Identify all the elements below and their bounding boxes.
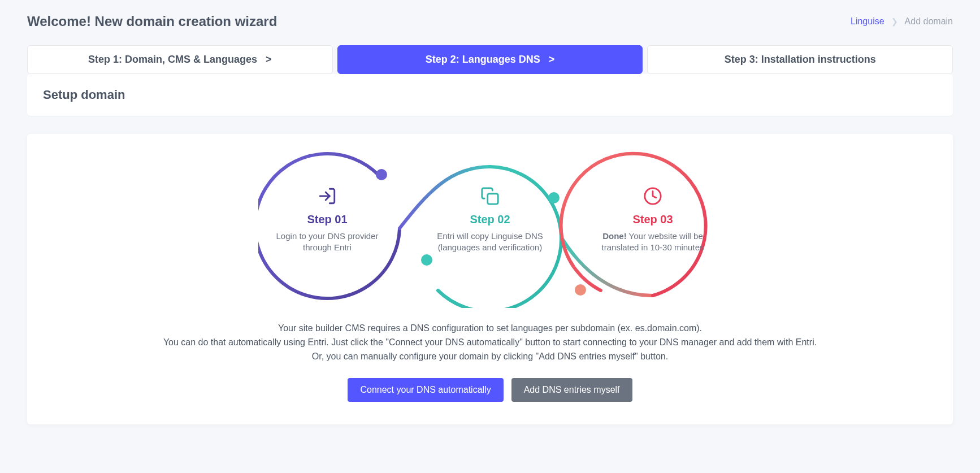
step-tab-1[interactable]: Step 1: Domain, CMS & Languages > xyxy=(27,45,333,74)
button-row: Connect your DNS automatically Add DNS e… xyxy=(43,378,937,402)
diagram-step-3-label: Step 03 xyxy=(596,213,709,226)
diagram-step-3-done: Done! xyxy=(602,231,627,241)
svg-rect-5 xyxy=(488,194,498,204)
description-block: Your site builder CMS requires a DNS con… xyxy=(151,322,829,363)
step-tab-2-label: Step 2: Languages DNS xyxy=(426,54,540,65)
diagram-step-3: Step 03 Done! Your website will be trans… xyxy=(596,185,709,254)
diagram-step-1: Step 01 Login to your DNS provider throu… xyxy=(271,185,384,254)
svg-point-2 xyxy=(421,254,432,266)
desc-line-3: Or, you can manually configure your doma… xyxy=(151,350,829,364)
diagram-step-2-label: Step 02 xyxy=(433,213,547,226)
add-dns-entries-myself-button[interactable]: Add DNS entries myself xyxy=(511,378,632,402)
page-header: Welcome! New domain creation wizard Ling… xyxy=(27,14,953,29)
desc-line-2: You can do that automatically using Entr… xyxy=(151,336,829,350)
step-tab-1-label: Step 1: Domain, CMS & Languages xyxy=(88,54,257,65)
setup-domain-panel: Setup domain xyxy=(27,74,953,116)
login-icon xyxy=(271,185,384,207)
diagram-step-1-desc: Login to your DNS provider through Entri xyxy=(271,231,384,254)
breadcrumb: Linguise ❯ Add domain xyxy=(851,16,953,27)
panel-title: Setup domain xyxy=(43,88,937,102)
diagram-step-3-desc: Done! Your website will be translated in… xyxy=(596,231,709,254)
svg-point-1 xyxy=(548,192,560,203)
breadcrumb-current: Add domain xyxy=(905,16,953,27)
connect-dns-automatically-button[interactable]: Connect your DNS automatically xyxy=(348,378,503,402)
step-tab-3[interactable]: Step 3: Installation instructions xyxy=(647,45,953,74)
step-tab-2[interactable]: Step 2: Languages DNS > xyxy=(337,45,643,74)
diagram-step-1-label: Step 01 xyxy=(271,213,384,226)
steps-diagram: Step 01 Login to your DNS provider throu… xyxy=(258,150,722,308)
breadcrumb-link-linguise[interactable]: Linguise xyxy=(851,16,884,27)
desc-line-1: Your site builder CMS requires a DNS con… xyxy=(151,322,829,336)
wizard-steps: Step 1: Domain, CMS & Languages > Step 2… xyxy=(27,45,953,74)
chevron-right-icon: ❯ xyxy=(891,17,898,26)
clock-icon xyxy=(596,185,709,207)
main-card: Step 01 Login to your DNS provider throu… xyxy=(27,134,953,424)
copy-icon xyxy=(433,185,547,207)
chevron-right-icon: > xyxy=(260,54,272,65)
diagram-step-2: Step 02 Entri will copy Linguise DNS (la… xyxy=(433,185,547,254)
step-tab-3-label: Step 3: Installation instructions xyxy=(725,54,876,65)
chevron-right-icon: > xyxy=(543,54,555,65)
svg-point-0 xyxy=(376,169,387,180)
page-title: Welcome! New domain creation wizard xyxy=(27,14,277,29)
svg-point-3 xyxy=(575,284,586,296)
diagram-step-2-desc: Entri will copy Linguise DNS (languages … xyxy=(433,231,547,254)
